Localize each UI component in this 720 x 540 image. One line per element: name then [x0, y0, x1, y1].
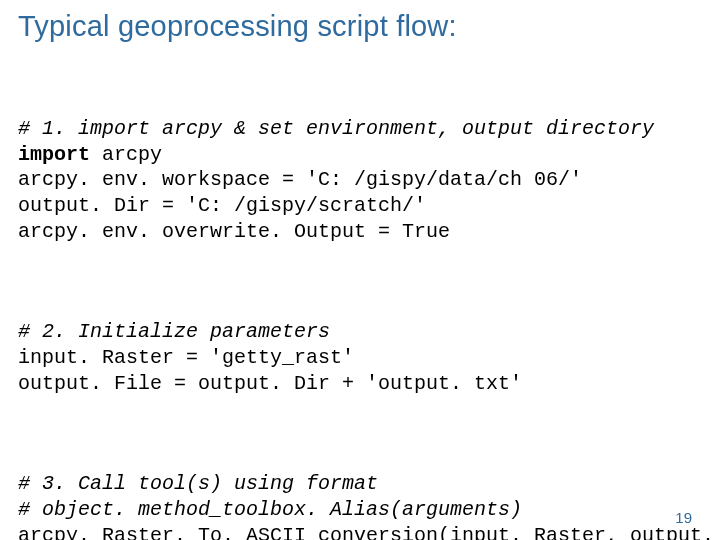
- code-line: arcpy. env. overwrite. Output = True: [18, 220, 450, 243]
- code-section-3: # 3. Call tool(s) using format # object.…: [18, 471, 702, 540]
- comment-line: # object. method_toolbox. Alias(argument…: [18, 498, 522, 521]
- code-text: arcpy: [90, 143, 162, 166]
- slide: Typical geoprocessing script flow: # 1. …: [0, 0, 720, 540]
- code-line: arcpy. env. workspace = 'C: /gispy/data/…: [18, 168, 582, 191]
- code-line: input. Raster = 'getty_rast': [18, 346, 354, 369]
- comment-line: # 2. Initialize parameters: [18, 320, 330, 343]
- code-area: # 1. import arcpy & set environment, out…: [18, 65, 702, 540]
- page-number: 19: [675, 509, 692, 526]
- code-section-1: # 1. import arcpy & set environment, out…: [18, 116, 702, 244]
- code-line: arcpy. Raster. To. ASCII_conversion(inpu…: [18, 524, 720, 541]
- keyword-import: import: [18, 143, 90, 166]
- comment-line: # 3. Call tool(s) using format: [18, 472, 378, 495]
- code-line: output. File = output. Dir + 'output. tx…: [18, 372, 522, 395]
- code-section-2: # 2. Initialize parameters input. Raster…: [18, 319, 702, 396]
- code-line: output. Dir = 'C: /gispy/scratch/': [18, 194, 426, 217]
- slide-title: Typical geoprocessing script flow:: [18, 10, 702, 43]
- comment-line: # 1. import arcpy & set environment, out…: [18, 117, 654, 140]
